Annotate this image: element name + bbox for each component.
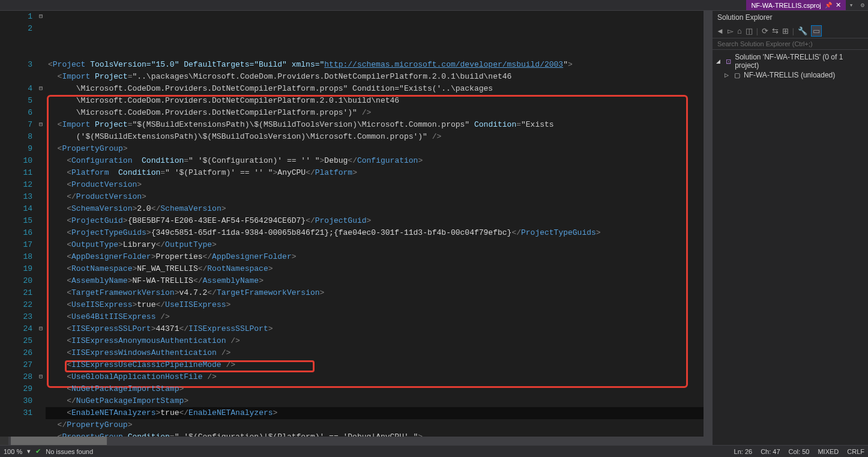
sync-icon[interactable]: ⇆ (772, 26, 779, 35)
solution-explorer: Solution Explorer ◄ ▻ ⌂ ◫ | ⟳ ⇆ ⊞ | 🔧 ▭ … (712, 11, 868, 445)
solution-node[interactable]: ◢ ⊡ Solution 'NF-WA-TRELLIS' (0 of 1 pro… (714, 52, 867, 70)
tab-filename: NF-WA-TRELLIS.csproj (751, 2, 821, 9)
code-content[interactable]: <Project ToolsVersion="15.0" DefaultTarg… (46, 11, 704, 437)
cursor-col: Col: 50 (789, 448, 810, 455)
solution-label: Solution 'NF-WA-TRELLIS' (0 of 1 project… (735, 53, 864, 70)
horizontal-scrollbar[interactable] (0, 437, 712, 445)
collapse-icon[interactable]: ⊞ (782, 26, 789, 35)
home-icon[interactable]: ⌂ (737, 26, 742, 35)
vertical-scrollbar[interactable] (704, 11, 712, 437)
search-input[interactable]: Search Solution Explorer (Ctrl+;) (713, 38, 868, 50)
check-icon: ✔ (35, 447, 41, 455)
back-icon[interactable]: ◄ (716, 26, 724, 35)
expand-icon[interactable]: ▷ (725, 72, 731, 78)
cursor-char: Ch: 47 (761, 448, 780, 455)
indent-mode[interactable]: MIXED (818, 448, 839, 455)
csproj-icon: ▢ (733, 71, 741, 79)
code-editor[interactable]: 1234567891011121314151617181920212223242… (0, 11, 712, 445)
line-ending[interactable]: CRLF (847, 448, 864, 455)
cursor-line: Ln: 26 (734, 448, 753, 455)
gear-icon[interactable]: ⚙ (857, 1, 868, 9)
panel-title: Solution Explorer (713, 11, 868, 24)
refresh-icon[interactable]: ⟳ (762, 26, 768, 35)
fold-gutter[interactable]: ⊟⊟⊟⊟⊟ (36, 11, 46, 437)
tab-bar: NF-WA-TRELLIS.csproj 📌 ✕ ▾ ⚙ (0, 0, 868, 11)
forward-icon[interactable]: ▻ (728, 26, 734, 35)
file-tab[interactable]: NF-WA-TRELLIS.csproj 📌 ✕ (746, 0, 845, 10)
solution-tree[interactable]: ◢ ⊡ Solution 'NF-WA-TRELLIS' (0 of 1 pro… (713, 50, 868, 82)
tab-dropdown-icon[interactable]: ▾ (846, 1, 857, 9)
preview-icon[interactable]: ▭ (811, 25, 822, 37)
issues-status[interactable]: No issues found (46, 448, 93, 455)
project-node[interactable]: ▷ ▢ NF-WA-TRELLIS (unloaded) (714, 70, 867, 80)
solution-icon: ⊡ (725, 58, 733, 65)
close-icon[interactable]: ✕ (836, 1, 841, 9)
solution-toolbar: ◄ ▻ ⌂ ◫ | ⟳ ⇆ ⊞ | 🔧 ▭ (713, 24, 868, 38)
line-number-gutter: 1234567891011121314151617181920212223242… (0, 11, 36, 437)
status-bar: 100 % ▾ ✔ No issues found Ln: 26 Ch: 47 … (0, 445, 868, 457)
wrench-icon[interactable]: 🔧 (798, 26, 807, 35)
expand-icon[interactable]: ◢ (716, 58, 722, 64)
zoom-level[interactable]: 100 % (4, 448, 22, 455)
switch-views-icon[interactable]: ◫ (746, 26, 753, 35)
project-label: NF-WA-TRELLIS (unloaded) (744, 71, 835, 79)
pin-icon[interactable]: 📌 (825, 2, 832, 8)
